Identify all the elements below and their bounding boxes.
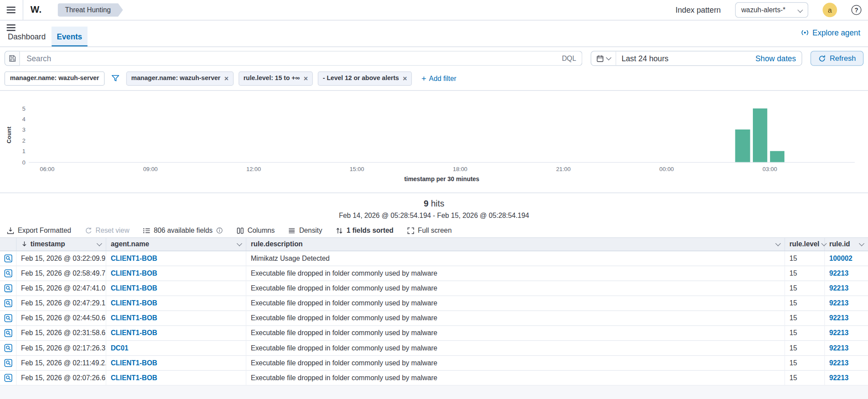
filter-pill[interactable]: rule.level: 15 to +∞ — [239, 71, 313, 85]
y-tick-label: 1 — [22, 148, 25, 154]
save-icon — [8, 54, 16, 63]
rule-id-link[interactable]: 92213 — [829, 344, 849, 352]
agent-link[interactable]: CLIENT1-BOB — [111, 359, 157, 367]
chart-plot[interactable] — [29, 108, 855, 162]
columns-label: Columns — [247, 227, 274, 234]
sorted-fields-button[interactable]: 1 fields sorted — [335, 227, 393, 234]
search-input[interactable] — [25, 53, 557, 63]
rule-id-link[interactable]: 92213 — [829, 284, 849, 292]
explore-agent-label: Explore agent — [812, 28, 860, 37]
info-icon[interactable] — [216, 227, 223, 234]
rule-id-link[interactable]: 92213 — [829, 329, 849, 337]
rule-id-link[interactable]: 92213 — [829, 359, 849, 367]
agent-link[interactable]: CLIENT1-BOB — [111, 269, 157, 277]
agent-link[interactable]: CLIENT1-BOB — [111, 314, 157, 322]
avatar[interactable]: a — [822, 3, 837, 17]
agent-link[interactable]: CLIENT1-BOB — [111, 254, 157, 262]
rule-id-link[interactable]: 92213 — [829, 299, 849, 307]
table-row[interactable]: Feb 15, 2026 @ 02:07:26.6... CLIENT1-BOB… — [0, 371, 868, 385]
inspect-row-icon[interactable] — [4, 329, 12, 337]
table-row[interactable]: Feb 15, 2026 @ 02:47:41.0... CLIENT1-BOB… — [0, 281, 868, 296]
chart-bar[interactable] — [735, 130, 750, 162]
chart-bar[interactable] — [752, 108, 767, 162]
nav-row: Dashboard Events Explore agent — [0, 21, 868, 47]
fullscreen-button[interactable]: Full screen — [407, 227, 452, 234]
inspect-row-icon[interactable] — [4, 298, 12, 307]
chevron-down-icon — [606, 55, 611, 60]
index-pattern-select[interactable]: wazuh-alerts-* — [735, 2, 808, 18]
inspect-row-icon[interactable] — [4, 254, 12, 262]
broadcast-icon — [800, 28, 809, 37]
agent-link[interactable]: CLIENT1-BOB — [111, 299, 157, 307]
table-row[interactable]: Feb 15, 2026 @ 02:31:58.6... CLIENT1-BOB… — [0, 326, 868, 340]
y-tick-label: 5 — [22, 105, 25, 112]
y-tick-label: 4 — [22, 116, 25, 122]
app-window: W. Threat Hunting Index pattern wazuh-al… — [0, 0, 868, 399]
inspect-row-icon[interactable] — [4, 373, 12, 382]
tab-events[interactable]: Events — [51, 27, 88, 47]
filter-funnel-icon[interactable] — [111, 74, 119, 83]
inspect-row-icon[interactable] — [4, 358, 12, 367]
header-rule-level[interactable]: rule.level — [785, 238, 825, 250]
header-rule-id[interactable]: rule.id — [825, 238, 868, 250]
header-rule-description[interactable]: rule.description — [246, 238, 785, 250]
chevron-down-icon[interactable] — [237, 241, 242, 246]
chevron-down-icon[interactable] — [97, 241, 102, 246]
filter-pill[interactable]: manager.name: wazuh-server — [126, 71, 233, 85]
cell-rule-level: 15 — [785, 251, 825, 266]
time-range-value[interactable]: Last 24 hours — [616, 54, 750, 63]
chevron-down-icon[interactable] — [859, 241, 864, 246]
quick-select-button[interactable] — [591, 52, 616, 66]
agent-link[interactable]: CLIENT1-BOB — [111, 329, 157, 337]
cell-rule-level: 15 — [785, 311, 825, 325]
inspect-row-icon[interactable] — [4, 284, 12, 292]
menu-icon[interactable] — [7, 7, 15, 13]
available-fields-button[interactable]: 806 available fields — [143, 227, 223, 234]
refresh-button[interactable]: Refresh — [810, 51, 864, 66]
reset-view-button[interactable]: Reset view — [84, 227, 130, 234]
agent-link[interactable]: DC01 — [111, 344, 128, 352]
cell-rule-description: Executable file dropped in folder common… — [246, 340, 785, 355]
query-language-button[interactable]: DQL — [558, 55, 576, 63]
pinned-filter[interactable]: manager.name: wazuh-server — [4, 71, 105, 85]
table-row[interactable]: Feb 15, 2026 @ 02:44:50.6... CLIENT1-BOB… — [0, 311, 868, 326]
rule-id-link[interactable]: 92213 — [829, 314, 849, 322]
show-dates-button[interactable]: Show dates — [750, 54, 801, 63]
agent-link[interactable]: CLIENT1-BOB — [111, 284, 157, 292]
cell-rule-level: 15 — [785, 326, 825, 340]
table-row[interactable]: Feb 15, 2026 @ 02:17:26.3... DC01 Execut… — [0, 340, 868, 355]
explore-agent-button[interactable]: Explore agent — [800, 28, 860, 37]
filter-pill-label: rule.level: 15 to +∞ — [243, 75, 300, 82]
table-row[interactable]: Feb 15, 2026 @ 02:58:49.7... CLIENT1-BOB… — [0, 266, 868, 281]
table-row[interactable]: Feb 15, 2026 @ 02:11:49.2... CLIENT1-BOB… — [0, 356, 868, 371]
table-row[interactable]: Feb 15, 2026 @ 02:47:29.1... CLIENT1-BOB… — [0, 296, 868, 311]
cell-rule-description: Executable file dropped in folder common… — [246, 371, 785, 385]
export-formatted-button[interactable]: Export Formatted — [7, 227, 71, 234]
header-timestamp[interactable]: timestamp — [17, 238, 106, 250]
rule-id-link[interactable]: 92213 — [829, 374, 849, 382]
filter-pill[interactable]: - Level 12 or above alerts — [318, 71, 412, 85]
rule-id-link[interactable]: 92213 — [829, 269, 849, 277]
rule-id-link[interactable]: 100002 — [829, 254, 853, 262]
y-axis-labels: 012345 — [17, 108, 25, 162]
close-icon[interactable] — [403, 75, 407, 82]
inspect-row-icon[interactable] — [4, 343, 12, 352]
density-button[interactable]: Density — [288, 227, 322, 234]
saved-queries-button[interactable] — [4, 51, 20, 66]
table-row[interactable]: Feb 15, 2026 @ 03:22:09.9... CLIENT1-BOB… — [0, 251, 868, 266]
x-tick-label: 21:00 — [556, 165, 570, 172]
agent-link[interactable]: CLIENT1-BOB — [111, 374, 157, 382]
chart-bar[interactable] — [770, 151, 784, 162]
help-icon[interactable] — [851, 5, 861, 15]
add-filter-button[interactable]: Add filter — [422, 74, 457, 83]
inspect-row-icon[interactable] — [4, 269, 12, 277]
header-agent-name[interactable]: agent.name — [106, 238, 246, 250]
chevron-down-icon[interactable] — [775, 241, 781, 246]
breadcrumb[interactable]: Threat Hunting — [58, 3, 123, 17]
wazuh-logo[interactable]: W. — [31, 4, 42, 15]
close-icon[interactable] — [224, 75, 228, 82]
close-icon[interactable] — [304, 75, 308, 82]
tab-dashboard[interactable]: Dashboard — [2, 27, 51, 47]
columns-button[interactable]: Columns — [236, 227, 275, 234]
inspect-row-icon[interactable] — [4, 313, 12, 322]
